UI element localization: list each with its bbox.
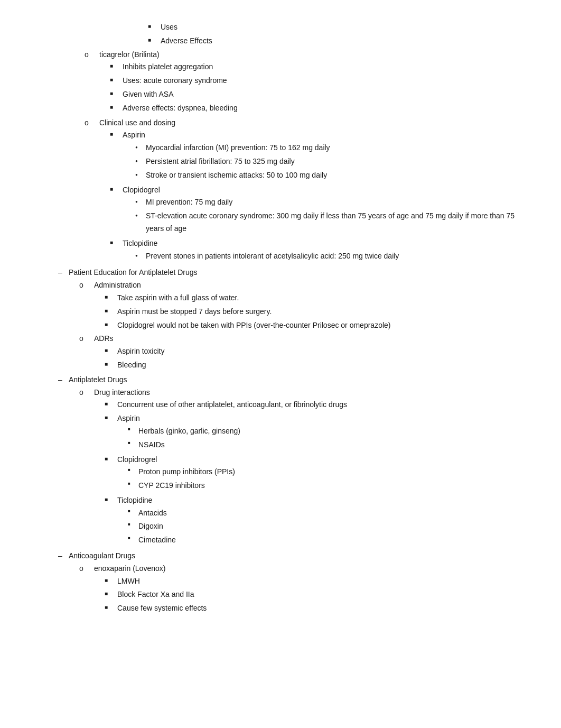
bullet-square bbox=[110, 88, 123, 98]
ticlopidine-subitems: Prevent stones in patients intolerant of… bbox=[123, 250, 529, 263]
ticagrelor-children: Inhibits platelet aggregation Uses: acut… bbox=[99, 61, 238, 114]
list-item: Stroke or transient ischemic attacks: 50… bbox=[135, 169, 529, 182]
bullet-small-square bbox=[128, 507, 138, 515]
list-item: Aspirin Myocardial infarction (MI) preve… bbox=[110, 129, 529, 182]
item-text: ADRs bbox=[94, 334, 114, 343]
bullet-square bbox=[110, 102, 123, 112]
aspirin-drug-subitems: Herbals (ginko, garlic, ginseng) NSAIDs bbox=[117, 425, 347, 451]
level2-content: Clinical use and dosing Aspirin Myocardi… bbox=[99, 117, 529, 265]
bullet-circle bbox=[135, 142, 146, 152]
item-text: Given with ASA bbox=[123, 88, 238, 101]
clopidogrel-block: Clopidogrel MI prevention: 75 mg daily S… bbox=[123, 184, 529, 236]
list-item: Persistent atrial fibrillation: 75 to 32… bbox=[135, 155, 529, 168]
bullet-square bbox=[105, 602, 117, 612]
list-item: LMWH bbox=[105, 575, 207, 588]
bullet-square bbox=[110, 61, 123, 71]
aspirin-subitems: Myocardial infarction (MI) prevention: 7… bbox=[123, 142, 529, 181]
item-text: NSAIDs bbox=[138, 439, 347, 451]
bullet-square bbox=[110, 129, 123, 139]
bullet-circle bbox=[135, 155, 146, 165]
bullet-square bbox=[105, 345, 117, 355]
adrs-children: Aspirin toxicity Bleeding bbox=[94, 345, 164, 372]
list-item: Given with ASA bbox=[110, 88, 238, 101]
item-text: Uses: acute coronary syndrome bbox=[123, 75, 238, 87]
list-item: Prevent stones in patients intolerant of… bbox=[135, 250, 529, 263]
bullet-small-square bbox=[128, 439, 138, 447]
list-item: Antacids bbox=[128, 507, 347, 520]
item-text: CYP 2C19 inhibitors bbox=[138, 480, 347, 492]
list-item: MI prevention: 75 mg daily bbox=[135, 196, 529, 209]
admin-children: Take aspirin with a full glass of water.… bbox=[94, 292, 390, 331]
clinical-use-section: o Clinical use and dosing Aspirin Myocar… bbox=[32, 117, 529, 265]
antiplatelet-drugs-section: – Antiplatelet Drugs o Drug interactions… bbox=[32, 374, 529, 549]
bullet-small-square bbox=[128, 520, 138, 528]
anticoagulant-drugs-section: – Anticoagulant Drugs o enoxaparin (Love… bbox=[32, 550, 529, 616]
list-item: Aspirin toxicity bbox=[105, 345, 164, 358]
list-item: CYP 2C19 inhibitors bbox=[128, 480, 347, 492]
administration-section: o Administration Take aspirin with a ful… bbox=[69, 279, 390, 333]
antiplatelet-content: Antiplatelet Drugs o Drug interactions C… bbox=[69, 374, 347, 549]
item-text: Herbals (ginko, garlic, ginseng) bbox=[138, 425, 347, 438]
list-item: Uses bbox=[148, 21, 529, 34]
list-item: Aspirin must be stopped 7 days before su… bbox=[105, 306, 390, 318]
uses-adverse-section: Uses Adverse Effects bbox=[32, 21, 529, 48]
list-item: Clopidrogrel Proton pump inhibitors (PPI… bbox=[105, 454, 347, 493]
list-item: Block Factor Xa and IIa bbox=[105, 588, 207, 601]
patient-education-content: Patient Education for Antiplatelet Drugs… bbox=[69, 266, 390, 372]
list-item: ST-elevation acute coronary syndrome: 30… bbox=[135, 210, 529, 235]
list-item: Uses: acute coronary syndrome bbox=[110, 75, 238, 87]
anticoagulant-content: Anticoagulant Drugs o enoxaparin (Loveno… bbox=[69, 550, 207, 616]
list-item: Ticlopidine Prevent stones in patients i… bbox=[110, 237, 529, 264]
dash-bullet: – bbox=[58, 266, 69, 279]
item-text: Administration bbox=[94, 281, 141, 289]
drug-interactions-children: Concurrent use of other antiplatelet, an… bbox=[94, 399, 347, 548]
item-text: Concurrent use of other antiplatelet, an… bbox=[117, 399, 347, 411]
item-text: Bleeding bbox=[117, 359, 164, 372]
item-text: Digoxin bbox=[138, 520, 347, 533]
bullet-square bbox=[105, 454, 117, 464]
level2-content: ADRs Aspirin toxicity Bleeding bbox=[94, 333, 164, 372]
item-text: Antiplatelet Drugs bbox=[69, 375, 127, 384]
enoxaparin-section: o enoxaparin (Lovenox) LMWH Block Factor… bbox=[69, 563, 207, 616]
item-text: Antacids bbox=[138, 507, 347, 520]
level2-bullet: o bbox=[79, 563, 94, 575]
bullet-square bbox=[105, 319, 117, 329]
list-item: Proton pump inhibitors (PPIs) bbox=[128, 466, 347, 478]
list-item: Concurrent use of other antiplatelet, an… bbox=[105, 399, 347, 411]
item-text: Aspirin bbox=[117, 414, 140, 422]
item-text: Aspirin bbox=[123, 131, 145, 139]
bullet-square bbox=[148, 21, 161, 31]
list-item: Clopidogrel would not be taken with PPIs… bbox=[105, 319, 390, 332]
aspirin-drug-block: Aspirin Herbals (ginko, garlic, ginseng) bbox=[117, 412, 347, 452]
item-text: Ticlopidine bbox=[117, 496, 152, 504]
bullet-square bbox=[105, 575, 117, 585]
drug-interactions-section: o Drug interactions Concurrent use of ot… bbox=[69, 386, 347, 549]
list-item: Digoxin bbox=[128, 520, 347, 533]
bullet-circle bbox=[135, 250, 146, 260]
list-item: Cimetadine bbox=[128, 534, 347, 547]
list-item: Ticlopidine Antacids Digoxin bbox=[105, 494, 347, 548]
list-item: Myocardial infarction (MI) prevention: 7… bbox=[135, 142, 529, 154]
list-item: Bleeding bbox=[105, 359, 164, 372]
ticagrelor-section: o ticagrelor (Brilinta) Inhibits platele… bbox=[32, 49, 529, 116]
bullet-circle bbox=[135, 169, 146, 179]
ticlopidine-block: Ticlopidine Prevent stones in patients i… bbox=[123, 237, 529, 264]
bullet-square bbox=[110, 237, 123, 247]
list-item: Herbals (ginko, garlic, ginseng) bbox=[128, 425, 347, 438]
item-text: Aspirin toxicity bbox=[117, 345, 164, 358]
item-text: Cause few systemic effects bbox=[117, 602, 207, 615]
item-text: Prevent stones in patients intolerant of… bbox=[146, 250, 529, 263]
item-text: Patient Education for Antiplatelet Drugs bbox=[69, 268, 198, 277]
item-text: Inhibits platelet aggregation bbox=[123, 61, 238, 73]
bullet-small-square bbox=[128, 534, 138, 542]
bullet-square bbox=[105, 494, 117, 504]
item-text: MI prevention: 75 mg daily bbox=[146, 196, 529, 209]
item-text: Adverse Effects bbox=[161, 35, 529, 48]
list-item: Take aspirin with a full glass of water. bbox=[105, 292, 390, 305]
level2-bullet: o bbox=[79, 333, 94, 345]
patient-education-section: – Patient Education for Antiplatelet Dru… bbox=[32, 266, 529, 372]
enoxaparin-children: LMWH Block Factor Xa and IIa Cause few s… bbox=[94, 575, 207, 615]
item-text: Clopidogrel would not be taken with PPIs… bbox=[117, 319, 390, 332]
dash-bullet: – bbox=[58, 550, 69, 563]
item-text: Clopidogrel bbox=[123, 186, 160, 194]
